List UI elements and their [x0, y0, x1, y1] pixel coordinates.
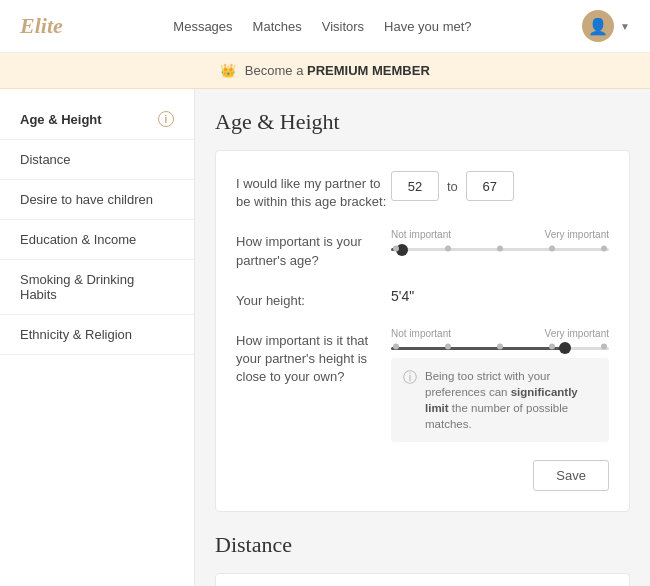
age-to-label: to: [447, 179, 458, 194]
main-nav: Messages Matches Visitors Have you met?: [173, 19, 471, 34]
sidebar-item-ethnicity[interactable]: Ethnicity & Religion: [0, 315, 194, 355]
distance-title: Distance: [215, 532, 630, 558]
age-max-input[interactable]: [466, 171, 514, 201]
avatar[interactable]: 👤: [582, 10, 614, 42]
main-layout: Age & Height i Distance Desire to have c…: [0, 89, 650, 586]
sidebar-item-distance[interactable]: Distance: [0, 140, 194, 180]
age-importance-slider-container: Not important Very important: [391, 229, 609, 259]
not-important-label-h: Not important: [391, 328, 451, 339]
nav-matches[interactable]: Matches: [253, 19, 302, 34]
age-height-title: Age & Height: [215, 109, 630, 135]
header-right: 👤 ▼: [582, 10, 630, 42]
age-slider-track[interactable]: [391, 248, 609, 251]
sidebar-label: Age & Height: [20, 112, 102, 127]
premium-banner[interactable]: 👑 Become a PREMIUM MEMBER: [0, 53, 650, 89]
chevron-down-icon[interactable]: ▼: [620, 21, 630, 32]
not-important-label: Not important: [391, 229, 451, 240]
info-icon[interactable]: i: [158, 111, 174, 127]
sidebar-label: Distance: [20, 152, 71, 167]
height-importance-row: How important is it that your partner's …: [236, 328, 609, 442]
sidebar-item-smoking[interactable]: Smoking & Drinking Habits: [0, 260, 194, 315]
height-importance-slider-container: Not important Very important: [391, 328, 609, 442]
warning-text: Being too strict with your preferences c…: [425, 368, 597, 432]
height-slider-track[interactable]: [391, 347, 609, 350]
warning-box: ⓘ Being too strict with your preferences…: [391, 358, 609, 442]
age-bracket-inputs: to: [391, 171, 609, 201]
age-min-input[interactable]: [391, 171, 439, 201]
nav-messages[interactable]: Messages: [173, 19, 232, 34]
age-bracket-label: I would like my partner to be within thi…: [236, 171, 391, 211]
sidebar: Age & Height i Distance Desire to have c…: [0, 89, 195, 586]
age-importance-row: How important is your partner's age? Not…: [236, 229, 609, 269]
save-button[interactable]: Save: [533, 460, 609, 491]
height-row: Your height: 5'4": [236, 288, 609, 310]
warning-icon: ⓘ: [403, 369, 417, 387]
sidebar-item-age-height[interactable]: Age & Height i: [0, 99, 194, 140]
main-content: Age & Height I would like my partner to …: [195, 89, 650, 586]
crown-icon: 👑: [220, 63, 236, 78]
save-row: Save: [236, 460, 609, 491]
age-importance-label: How important is your partner's age?: [236, 229, 391, 269]
sidebar-label: Education & Income: [20, 232, 136, 247]
slider-labels-height: Not important Very important: [391, 328, 609, 339]
distance-card: Address Ireland United Kingdom United St…: [215, 573, 630, 586]
height-value: 5'4": [391, 284, 414, 304]
banner-cta: PREMIUM MEMBER: [307, 63, 430, 78]
slider-labels: Not important Very important: [391, 229, 609, 240]
nav-have-you-met[interactable]: Have you met?: [384, 19, 471, 34]
age-bracket-row: I would like my partner to be within thi…: [236, 171, 609, 211]
sidebar-label: Desire to have children: [20, 192, 153, 207]
sidebar-label: Ethnicity & Religion: [20, 327, 132, 342]
age-height-card: I would like my partner to be within thi…: [215, 150, 630, 512]
nav-visitors[interactable]: Visitors: [322, 19, 364, 34]
very-important-label-h: Very important: [545, 328, 609, 339]
sidebar-item-children[interactable]: Desire to have children: [0, 180, 194, 220]
logo: Elite: [20, 13, 63, 39]
sidebar-label: Smoking & Drinking Habits: [20, 272, 174, 302]
height-importance-label: How important is it that your partner's …: [236, 328, 391, 387]
header: Elite Messages Matches Visitors Have you…: [0, 0, 650, 53]
banner-text: Become a: [245, 63, 307, 78]
sidebar-item-education[interactable]: Education & Income: [0, 220, 194, 260]
logo-text: Elite: [20, 13, 63, 38]
height-label: Your height:: [236, 288, 391, 310]
height-value-container: 5'4": [391, 288, 609, 304]
very-important-label: Very important: [545, 229, 609, 240]
